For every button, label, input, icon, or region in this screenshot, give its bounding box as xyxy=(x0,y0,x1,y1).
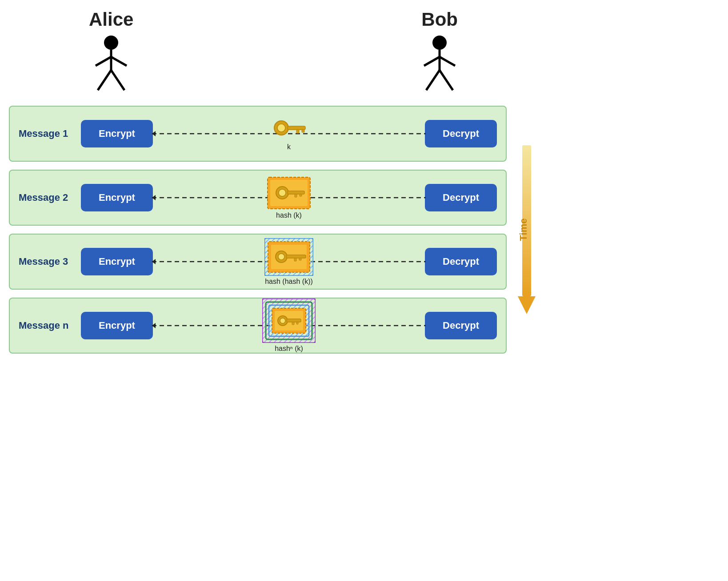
key-label-2: hash (k) xyxy=(276,211,302,219)
bob-container: Bob xyxy=(421,9,458,92)
svg-rect-36 xyxy=(286,255,306,258)
encrypt-button-n[interactable]: Encrypt xyxy=(81,312,153,339)
encrypt-button-3[interactable]: Encrypt xyxy=(81,248,153,275)
svg-rect-17 xyxy=(288,126,305,130)
svg-marker-41 xyxy=(152,323,156,328)
header: Alice Bob xyxy=(9,9,538,92)
svg-line-5 xyxy=(111,70,124,90)
message-row-2: Message 2 Encrypt xyxy=(9,170,507,226)
time-text: Time xyxy=(518,219,529,241)
svg-rect-52 xyxy=(292,322,294,325)
svg-point-35 xyxy=(278,254,284,260)
row-2-inner: Encrypt xyxy=(81,184,497,211)
svg-rect-53 xyxy=(296,322,298,324)
row-1-inner: Encrypt xyxy=(81,120,497,147)
row-n-inner: Encrypt xyxy=(81,312,497,339)
svg-rect-37 xyxy=(294,258,296,261)
svg-rect-28 xyxy=(300,194,302,196)
message-1-label: Message 1 xyxy=(19,128,72,139)
svg-point-16 xyxy=(277,124,285,132)
svg-line-9 xyxy=(440,57,455,66)
svg-rect-51 xyxy=(287,319,301,322)
bob-label: Bob xyxy=(421,9,458,30)
key-area-n: hashⁿ (k) xyxy=(262,298,316,353)
message-n-label: Message n xyxy=(19,320,72,331)
time-arrow-container: Time xyxy=(507,106,538,354)
svg-marker-30 xyxy=(152,259,156,264)
encrypt-button-2[interactable]: Encrypt xyxy=(81,184,153,211)
messages-area: Message 1 Encrypt xyxy=(9,106,538,354)
key-area-1: k xyxy=(269,117,309,151)
svg-marker-21 xyxy=(152,195,156,200)
key-icon-n xyxy=(262,298,316,343)
alice-container: Alice xyxy=(89,9,133,92)
svg-rect-27 xyxy=(295,194,297,197)
svg-rect-38 xyxy=(299,258,301,260)
svg-point-50 xyxy=(280,318,285,323)
decrypt-button-n[interactable]: Decrypt xyxy=(425,312,497,339)
message-3-label: Message 3 xyxy=(19,256,72,267)
key-area-2: hash (k) xyxy=(267,176,311,219)
key-label-n: hashⁿ (k) xyxy=(275,345,303,353)
svg-line-8 xyxy=(424,57,440,66)
decrypt-button-2[interactable]: Decrypt xyxy=(425,184,497,211)
alice-label: Alice xyxy=(89,9,133,30)
encrypt-button-1[interactable]: Encrypt xyxy=(81,120,153,147)
message-row-1: Message 1 Encrypt xyxy=(9,106,507,162)
message-2-label: Message 2 xyxy=(19,192,72,203)
time-arrow-svg: Time xyxy=(516,141,538,318)
svg-point-6 xyxy=(432,36,447,50)
svg-line-4 xyxy=(98,70,111,90)
key-area-3: hash (hash (k)) xyxy=(264,238,313,286)
row-3-inner: Encrypt xyxy=(81,248,497,275)
message-row-n: Message n Encrypt xyxy=(9,298,507,354)
svg-rect-18 xyxy=(296,130,299,133)
svg-rect-19 xyxy=(302,130,304,132)
svg-line-10 xyxy=(426,70,440,90)
decrypt-button-1[interactable]: Decrypt xyxy=(425,120,497,147)
key-label-1: k xyxy=(287,143,291,151)
svg-line-2 xyxy=(96,57,111,66)
svg-point-0 xyxy=(104,36,118,50)
svg-marker-13 xyxy=(152,131,156,136)
message-row-3: Message 3 Encrypt xyxy=(9,234,507,290)
key-icon-3 xyxy=(264,238,313,276)
key-icon-2 xyxy=(267,176,311,210)
svg-marker-55 xyxy=(518,296,536,314)
svg-line-11 xyxy=(440,70,453,90)
svg-rect-26 xyxy=(288,191,304,194)
bob-figure xyxy=(422,35,457,92)
svg-line-3 xyxy=(111,57,127,66)
decrypt-button-3[interactable]: Decrypt xyxy=(425,248,497,275)
svg-point-25 xyxy=(279,189,286,196)
key-label-3: hash (hash (k)) xyxy=(265,278,313,286)
key-icon-1 xyxy=(269,117,309,141)
rows-container: Message 1 Encrypt xyxy=(9,106,507,354)
alice-figure xyxy=(93,35,129,92)
